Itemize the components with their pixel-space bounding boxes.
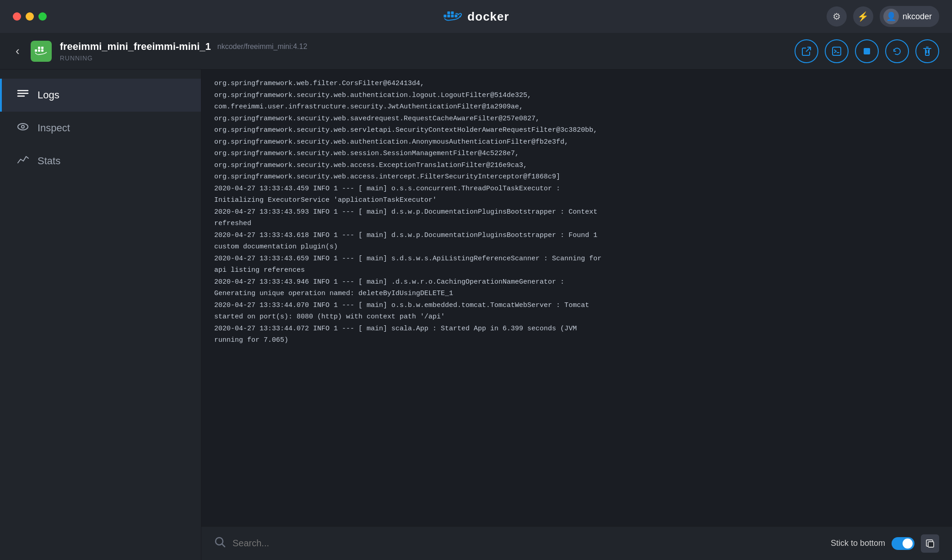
log-line: started on port(s): 8080 (http) with con… [214, 311, 939, 323]
svg-point-6 [459, 16, 461, 17]
log-line: 2020-04-27 13:33:43.459 INFO 1 --- [ mai… [214, 183, 939, 195]
username-label: nkcoder [903, 12, 932, 22]
sidebar: Logs Inspect Stats [0, 70, 201, 560]
avatar: 👤 [883, 9, 899, 24]
stats-label: Stats [38, 155, 60, 167]
svg-rect-0 [444, 15, 446, 17]
log-line: 2020-04-27 13:33:44.070 INFO 1 --- [ mai… [214, 300, 939, 312]
svg-rect-2 [451, 15, 454, 17]
titlebar-right: ⚙ ⚡ 👤 nkcoder [827, 6, 939, 27]
toggle-knob [903, 538, 913, 549]
container-header-right [795, 39, 939, 63]
log-line: 2020-04-27 13:33:43.659 INFO 1 --- [ mai… [214, 253, 939, 265]
log-line: custom documentation plugin(s) [214, 241, 939, 253]
log-line: 2020-04-27 13:33:43.946 INFO 1 --- [ mai… [214, 276, 939, 288]
search-left [214, 536, 824, 551]
svg-rect-10 [38, 47, 40, 49]
log-line: 2020-04-27 13:33:44.072 INFO 1 --- [ mai… [214, 323, 939, 335]
extensions-button[interactable]: ⚡ [853, 6, 873, 27]
svg-point-14 [18, 124, 28, 130]
log-line: org.springframework.security.web.access.… [214, 160, 939, 172]
container-info: freeimmi_mini_freeimmi-mini_1 nkcoder/fr… [60, 41, 308, 62]
svg-rect-1 [447, 15, 450, 17]
log-line: org.springframework.security.web.servlet… [214, 124, 939, 136]
search-icon [214, 536, 226, 551]
log-line: com.freeimmi.user.infrastructure.securit… [214, 101, 939, 113]
inspect-label: Inspect [38, 122, 70, 134]
log-line: org.springframework.security.web.authent… [214, 136, 939, 148]
log-panel: org.springframework.web.filter.CorsFilte… [201, 70, 952, 560]
svg-point-15 [22, 125, 24, 128]
log-line: refreshed [214, 218, 939, 230]
log-line: org.springframework.web.filter.CorsFilte… [214, 78, 939, 90]
stop-button[interactable] [855, 39, 879, 63]
titlebar: docker ⚙ ⚡ 👤 nkcoder [0, 0, 952, 33]
external-link-button[interactable] [921, 534, 939, 553]
maximize-dot[interactable] [38, 12, 47, 21]
stick-to-bottom-label: Stick to bottom [831, 538, 885, 548]
log-line: Initializing ExecutorService 'applicatio… [214, 194, 939, 206]
inspect-icon [16, 122, 29, 135]
titlebar-center: docker [443, 8, 509, 25]
stats-icon [16, 155, 29, 167]
container-image: nkcoder/freeimmi_mini:4.12 [217, 43, 308, 51]
log-line: org.springframework.security.web.authent… [214, 90, 939, 102]
minimize-dot[interactable] [26, 12, 34, 21]
log-line: Generating unique operation named: delet… [214, 288, 939, 300]
terminal-button[interactable] [825, 39, 849, 63]
svg-rect-7 [35, 49, 37, 52]
user-button[interactable]: 👤 nkcoder [880, 6, 939, 27]
search-input[interactable] [233, 538, 824, 549]
settings-button[interactable]: ⚙ [827, 6, 847, 27]
svg-rect-13 [864, 48, 870, 54]
svg-rect-8 [38, 49, 40, 52]
open-browser-button[interactable] [795, 39, 818, 63]
container-name: freeimmi_mini_freeimmi-mini_1 [60, 41, 211, 53]
svg-rect-11 [41, 47, 43, 49]
svg-rect-18 [928, 542, 934, 547]
log-line: api listing references [214, 264, 939, 276]
container-name-row: freeimmi_mini_freeimmi-mini_1 nkcoder/fr… [60, 41, 308, 53]
log-line: 2020-04-27 13:33:43.593 INFO 1 --- [ mai… [214, 206, 939, 218]
svg-rect-3 [447, 11, 450, 14]
search-right: Stick to bottom [831, 534, 939, 553]
docker-logo: docker [443, 8, 509, 25]
window-controls [13, 12, 47, 21]
back-button[interactable]: ‹ [13, 41, 22, 61]
log-line: running for 7.065) [214, 334, 939, 346]
log-line: org.springframework.security.web.access.… [214, 171, 939, 183]
stick-to-bottom-toggle[interactable] [892, 537, 914, 550]
container-header: ‹ freeimmi_mini_freeimmi-mini_1 nkcoder/… [0, 33, 952, 70]
log-line: 2020-04-27 13:33:43.618 INFO 1 --- [ mai… [214, 230, 939, 242]
logs-icon [16, 89, 29, 102]
main-content: Logs Inspect Stats org.springframework.w… [0, 70, 952, 560]
sidebar-item-logs[interactable]: Logs [0, 79, 201, 112]
container-icon [31, 41, 52, 62]
restart-button[interactable] [885, 39, 909, 63]
log-line: org.springframework.security.web.savedre… [214, 113, 939, 125]
delete-button[interactable] [915, 39, 939, 63]
sidebar-item-inspect[interactable]: Inspect [0, 112, 201, 145]
close-dot[interactable] [13, 12, 21, 21]
container-header-left: ‹ freeimmi_mini_freeimmi-mini_1 nkcoder/… [13, 41, 307, 62]
svg-rect-5 [454, 15, 457, 17]
search-bar: Stick to bottom [201, 526, 952, 560]
app-title: docker [467, 10, 509, 24]
svg-rect-9 [41, 49, 43, 52]
sidebar-item-stats[interactable]: Stats [0, 145, 201, 178]
log-line: org.springframework.security.web.session… [214, 148, 939, 160]
svg-rect-4 [451, 11, 454, 14]
logs-label: Logs [38, 89, 60, 101]
container-status: RUNNING [60, 54, 308, 62]
log-content[interactable]: org.springframework.web.filter.CorsFilte… [201, 70, 952, 526]
